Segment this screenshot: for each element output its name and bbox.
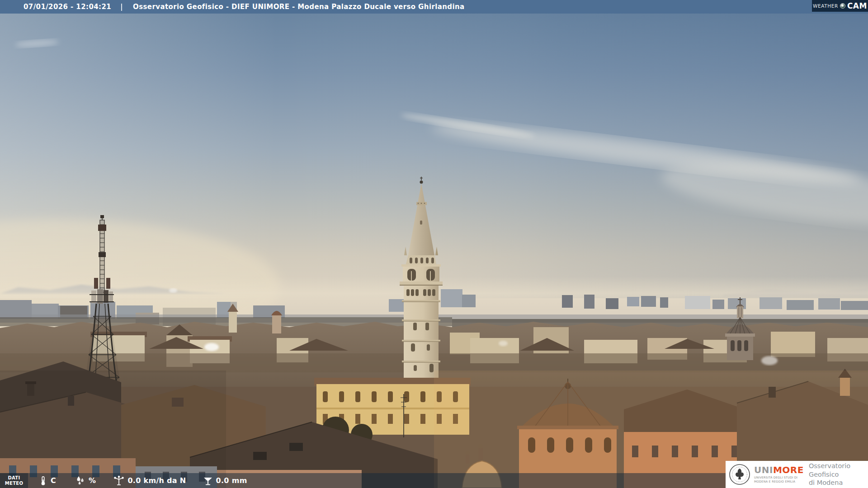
rain-readout: 0.0 mm [203,475,247,486]
weathercam-logo: WEATHER CAM [812,0,868,12]
rain-gauge-icon [203,475,213,486]
webcam-photo [0,0,868,488]
humidity-drops-icon [75,475,86,486]
weathercam-word: WEATHER [813,3,838,9]
small-dome-tower [271,311,282,333]
weathercam-lens-icon [840,3,845,9]
meteo-data-label: DATI METEO [0,473,28,488]
camera-title: Osservatorio Geofisico - DIEF UNIMORE - … [133,3,465,11]
top-info-bar: 07/01/2026 - 12:04:21 | Osservatorio Geo… [0,0,868,14]
temperature-readout: C [38,475,56,486]
separator: | [120,3,123,11]
anemometer-icon [113,475,125,486]
unimore-crest-logo [729,464,750,485]
weathercam-cam: CAM [847,1,867,10]
unimore-wordmark: UNIMORE UNIVERSITÀ DEGLI STUDI DI MODENA… [754,465,804,483]
datetime-text: 07/01/2026 - 12:04:21 [24,3,111,11]
unimore-logo-plate: UNIMORE UNIVERSITÀ DEGLI STUDI DI MODENA… [726,461,868,488]
webcam-page: 07/01/2026 - 12:04:21 | Osservatorio Geo… [0,0,868,488]
humidity-readout: % [75,475,96,486]
wind-readout: 0.0 km/h da N [113,475,186,486]
observatory-name: Osservatorio Geofisico di Modena [809,462,868,488]
thermometer-icon [38,475,48,486]
